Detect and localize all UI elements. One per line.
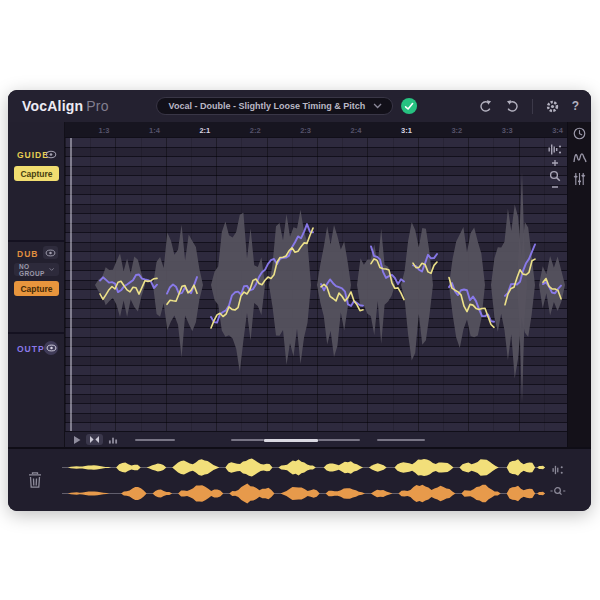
track-sidebar: GUIDE Capture DUB NO GROUP Capture OUTPU… [8, 122, 65, 447]
dub-minimap-blob [280, 487, 319, 500]
guide-audio-blob [269, 210, 311, 365]
delete-zone[interactable] [8, 449, 62, 511]
sidebar-divider [8, 332, 64, 334]
timeline-scrollbar[interactable] [65, 431, 567, 447]
ruler-tick-1:3: 1:3 [99, 126, 110, 135]
zoom-out-icon[interactable] [551, 185, 559, 189]
dub-minimap-blob [121, 487, 147, 500]
vocalign-plugin-window: VocAlignPro Vocal - Double - Slightly Lo… [8, 90, 591, 511]
guide-eye-icon[interactable] [44, 148, 58, 160]
header-divider [532, 99, 533, 114]
gear-icon[interactable] [545, 99, 560, 114]
guide-audio-blob [95, 253, 145, 317]
scrollbar-segment[interactable] [231, 439, 264, 441]
transport-controls [73, 434, 118, 445]
dub-minimap-strip[interactable] [62, 482, 545, 505]
sliders-icon[interactable] [573, 172, 586, 186]
sidebar-divider [8, 240, 64, 242]
scrollbar-segment[interactable] [377, 439, 425, 441]
preset-status-badge [401, 98, 417, 114]
magnifier-icon[interactable] [549, 170, 561, 182]
pitch-trace-icon[interactable] [573, 150, 587, 163]
output-eye-icon[interactable] [44, 341, 58, 355]
magnifier-fit-icon[interactable] [550, 486, 566, 497]
minimap-panel [8, 447, 591, 511]
ruler-tick-2:1: 2:1 [199, 126, 210, 135]
right-toolbar [567, 122, 591, 447]
scrollbar-view-handle[interactable] [264, 439, 318, 442]
minimap-tools [545, 449, 571, 511]
play-icon[interactable] [73, 435, 81, 445]
history-clock-icon[interactable] [572, 126, 587, 141]
dub-group-label: NO GROUP [19, 263, 49, 277]
guide-minimap-blob [147, 464, 167, 472]
bottom-corner [571, 449, 591, 511]
guide-minimap-blob [116, 463, 141, 473]
dub-minimap-blob [398, 484, 455, 501]
redo-icon[interactable] [505, 99, 520, 114]
guide-minimap-blob [369, 463, 387, 472]
header-actions: ? [478, 90, 579, 122]
dub-minimap-waveform [62, 482, 545, 505]
scrollbar-segment[interactable] [135, 439, 175, 441]
guide-minimap-blob [537, 466, 545, 469]
editor-main: 1:31:42:12:22:32:43:13:23:33:4 [65, 122, 567, 447]
guide-minimap-strip[interactable] [62, 456, 545, 479]
preset-dropdown[interactable]: Vocal - Double - Slightly Loose Timing &… [156, 97, 394, 115]
check-icon [404, 102, 414, 111]
dub-minimap-blob [68, 491, 109, 495]
analysis-bars-icon[interactable] [108, 435, 118, 444]
ruler-tick-2:3: 2:3 [300, 126, 311, 135]
ruler-tick-2:2: 2:2 [250, 126, 261, 135]
wave-dots-icon[interactable] [548, 143, 562, 156]
guide-capture-button[interactable]: Capture [14, 166, 59, 181]
guide-minimap-blob [324, 461, 363, 473]
dub-minimap-blob [153, 489, 173, 497]
dub-minimap-blob [229, 483, 274, 503]
ruler-tick-1:4: 1:4 [149, 126, 160, 135]
dub-track-label: DUB [17, 249, 38, 259]
guide-minimap-blob [278, 460, 315, 476]
waveform-timeline[interactable] [65, 138, 567, 431]
time-ruler[interactable]: 1:31:42:12:22:32:43:13:23:33:4 [65, 122, 567, 138]
preset-label: Vocal - Double - Slightly Loose Timing &… [169, 101, 366, 111]
guide-minimap-blob [507, 459, 536, 475]
guide-minimap-blob [225, 458, 272, 476]
guide-minimap-waveform [62, 456, 545, 479]
minimap-strips [62, 449, 545, 511]
chevron-down-icon [373, 103, 382, 109]
trash-icon [27, 471, 43, 489]
waveform-canvas [65, 138, 567, 431]
app-logo: VocAlignPro [22, 98, 109, 114]
guide-audio-blob [317, 225, 351, 357]
dub-minimap-blob [507, 485, 536, 501]
main-body: GUIDE Capture DUB NO GROUP Capture OUTPU… [8, 122, 591, 447]
guide-audio-blob [491, 205, 535, 379]
guide-minimap-blob [394, 459, 453, 476]
guide-minimap-blob [172, 459, 219, 476]
ruler-tick-3:4: 3:4 [552, 126, 563, 135]
dub-capture-button[interactable]: Capture [14, 281, 59, 296]
ruler-tick-3:1: 3:1 [401, 126, 412, 135]
guide-audio-blob [401, 222, 433, 360]
brand-name: VocAlign [22, 98, 83, 114]
timeline-corner-tools [548, 143, 562, 189]
dub-minimap-blob [326, 488, 365, 499]
scrollbar-segment[interactable] [318, 439, 360, 441]
dub-eye-icon[interactable] [43, 246, 58, 259]
header-bar: VocAlignPro Vocal - Double - Slightly Lo… [8, 90, 591, 122]
dub-minimap-blob [537, 491, 545, 494]
ruler-tick-2:4: 2:4 [351, 126, 362, 135]
dub-minimap-blob [178, 485, 223, 501]
zoom-in-icon[interactable] [551, 159, 559, 167]
guide-minimap-blob [68, 465, 111, 469]
guide-minimap-blob [459, 459, 498, 475]
preset-group: Vocal - Double - Slightly Loose Timing &… [156, 97, 418, 115]
ruler-tick-3:3: 3:3 [502, 126, 513, 135]
align-icon[interactable] [86, 434, 103, 445]
undo-icon[interactable] [478, 99, 493, 114]
dub-group-dropdown[interactable]: NO GROUP [14, 263, 59, 276]
wave-dots-icon[interactable] [552, 464, 565, 476]
help-icon[interactable]: ? [572, 99, 579, 113]
chevron-down-icon [49, 267, 54, 272]
